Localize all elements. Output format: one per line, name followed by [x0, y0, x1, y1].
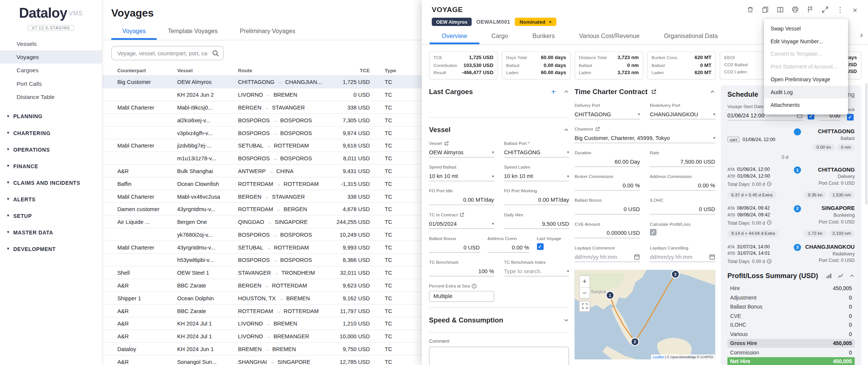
sidebar-section[interactable]: ▾ FINANCE	[0, 158, 102, 174]
sidebar-section[interactable]: ▾ DEVELOPMENT	[0, 240, 102, 257]
sidebar-item[interactable]: Port Calls	[0, 77, 102, 90]
zoom-out-button[interactable]: −	[579, 287, 589, 298]
col-header-route[interactable]: Route	[238, 68, 333, 73]
collapse-icon[interactable]	[849, 273, 855, 278]
tc-benchmark-index-select[interactable]: Type to search.▾	[504, 267, 569, 276]
daily-hire-input[interactable]: 9,500 USD	[504, 219, 569, 229]
sidebar-section[interactable]: ▾ ALERTS	[0, 191, 102, 207]
tabs-scroll-right-button[interactable]	[859, 30, 864, 40]
cve-amount-input[interactable]: 0.00000 USD	[575, 229, 640, 238]
address-commission-input[interactable]: 0.00 %	[650, 181, 715, 190]
col-header-type[interactable]: Type	[370, 68, 417, 73]
broker-commission-input[interactable]: 0.00 %	[575, 181, 640, 190]
menu-item[interactable]: Open Preliminary Voyage	[764, 73, 848, 86]
menu-item[interactable]: Audit Log	[764, 86, 848, 99]
panel-tab[interactable]: Cargo	[479, 29, 520, 44]
delete-button[interactable]	[746, 6, 755, 14]
compare-button[interactable]	[776, 6, 784, 14]
external-link-icon[interactable]	[651, 89, 657, 94]
collapse-icon[interactable]	[564, 89, 569, 94]
col-header-vessel[interactable]: Vessel	[177, 68, 238, 73]
calculate-profit-loss-checkbox[interactable]	[650, 229, 657, 236]
flag-button[interactable]	[806, 6, 814, 14]
map-fullscreen-button[interactable]	[579, 301, 590, 312]
fo-port-working-input[interactable]: 0.00MT/day	[504, 195, 569, 205]
menu-item[interactable]: Attachments	[764, 99, 848, 111]
col-header-tce[interactable]: TCE	[333, 68, 370, 73]
expand-button[interactable]	[821, 6, 829, 14]
copy-button[interactable]	[761, 6, 769, 14]
schedule-port-call[interactable]: ATA01/06/24, 12:00 ATD01/06/24, 12:00 To…	[727, 166, 855, 187]
speed-ballast-select[interactable]: 10 kn 10 mt▾	[429, 172, 494, 181]
print-button[interactable]	[791, 6, 799, 14]
sidebar-section[interactable]: ▾ SETUP	[0, 207, 102, 224]
fo-port-idle-input[interactable]: 0.00MT/day	[429, 195, 494, 205]
tc-in-contract-select[interactable]: 01/05/2024▾	[429, 219, 494, 229]
sidebar-section[interactable]: ▾ CHARTERING	[0, 125, 102, 141]
bar-chart-icon[interactable]	[826, 272, 832, 278]
comment-textarea[interactable]	[429, 347, 569, 365]
external-link-icon[interactable]	[460, 212, 465, 217]
rate-input[interactable]: 7,500.00 USD	[650, 157, 715, 167]
menu-item[interactable]: Edit Voyage Number...	[764, 35, 848, 48]
delivery-port-select[interactable]: CHITTAGONG▾	[575, 110, 640, 119]
sidebar-section[interactable]: ▾ OPERATIONS	[0, 141, 102, 158]
schedule-port-call[interactable]: ATA08/06/24, 09:42 ATD08/06/24, 09:42 To…	[727, 205, 855, 225]
search-input[interactable]	[111, 46, 223, 60]
tcc-ballast-bonus-input[interactable]: 0 USD	[575, 205, 640, 214]
charterer-select[interactable]: Big Customer, Charterer, 45999, Tokyo▾	[575, 134, 715, 143]
collapse-icon[interactable]	[564, 127, 569, 132]
panel-tab[interactable]: Organisational Data	[652, 29, 730, 44]
more-button[interactable]: ⋮	[836, 6, 844, 14]
line-chart-icon[interactable]	[837, 272, 844, 278]
map-marker-1[interactable]: 1	[606, 291, 614, 299]
route-map[interactable]: Bangkok 1 2 3 + − Leaflet | © OpenStreet…	[575, 269, 715, 359]
zoom-in-button[interactable]: +	[579, 275, 589, 286]
menu-item[interactable]: Convert to Template...	[764, 47, 848, 60]
sidebar-item[interactable]: Vessels	[0, 37, 102, 50]
external-link-icon[interactable]	[595, 126, 600, 131]
percent-extra-input[interactable]: Multiple	[429, 290, 494, 301]
map-marker-2[interactable]: 2	[631, 338, 639, 345]
ilohc-input[interactable]: 0 USD	[650, 205, 715, 214]
collapse-icon[interactable]	[710, 89, 715, 94]
laydays-cancelling-input[interactable]: dd/mm/yy hh:mm	[650, 252, 715, 262]
col-header-counterpart[interactable]: Counterpart	[118, 68, 177, 73]
panel-scrollbar[interactable]	[865, 83, 868, 204]
sidebar-section[interactable]: ▾ PLANNING	[0, 108, 102, 125]
ballast-port-select[interactable]: CHITTAGONG▾	[504, 148, 569, 157]
leaflet-link[interactable]: Leaflet	[653, 355, 664, 359]
menu-item[interactable]: Swap Vessel	[764, 22, 848, 35]
main-tab[interactable]: Voyages	[111, 23, 157, 40]
schedule-start-row[interactable]: GMT 01/06/24, 12:00 CHITTAGONG Ballast 0…	[727, 128, 855, 151]
vessel-select[interactable]: OEW Almyros▾	[429, 148, 494, 157]
sidebar-item[interactable]: Distance Table	[0, 90, 102, 103]
speed-laden-select[interactable]: 10 kn 10 mt▾	[504, 172, 569, 181]
expand-section-icon[interactable]	[564, 317, 569, 323]
panel-tab[interactable]: Various Cost/Revenue	[567, 29, 652, 44]
sidebar-item[interactable]: Cargoes	[0, 64, 102, 77]
map-marker-3[interactable]: 3	[671, 270, 679, 278]
address-comn-input[interactable]: 0.00 %	[487, 243, 529, 252]
laydays-commence-input[interactable]: dd/mm/yy hh:mm	[575, 252, 640, 262]
sidebar-item[interactable]: Voyages	[0, 50, 102, 64]
lock-checkbox[interactable]	[847, 114, 853, 120]
tc-benchmark-input[interactable]: 100 %	[429, 267, 494, 276]
last-voyage-checkbox[interactable]	[537, 243, 544, 250]
panel-tab[interactable]: Bunkers	[520, 29, 567, 44]
search-icon[interactable]	[212, 49, 219, 59]
ballast-bonus-input[interactable]: 0 USD	[429, 243, 480, 252]
sidebar-section[interactable]: ▾ MASTER DATA	[0, 224, 102, 240]
schedule-port-call[interactable]: ATA31/07/24, 14:00 ATD31/07/24, 14:01 To…	[727, 243, 855, 264]
status-select[interactable]: Nominated▾	[515, 18, 556, 26]
redelivery-port-select[interactable]: CHANGJIANGKOU▾	[650, 110, 715, 119]
add-cargo-button[interactable]: +	[551, 87, 556, 96]
sidebar-section[interactable]: ▾ CLAIMS AND INCIDENTS	[0, 174, 102, 191]
calendar-icon[interactable]	[634, 254, 640, 260]
external-link-icon[interactable]	[444, 141, 449, 146]
main-tab[interactable]: Preliminary Voyages	[229, 23, 306, 40]
close-button[interactable]: ×	[851, 6, 859, 14]
main-tab[interactable]: Template Voyages	[157, 23, 229, 40]
panel-tab[interactable]: Overview	[429, 29, 479, 44]
calendar-icon[interactable]	[709, 254, 715, 260]
